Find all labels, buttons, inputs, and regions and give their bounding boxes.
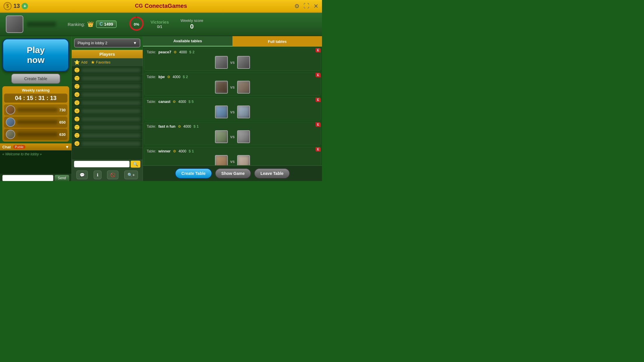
player-name [82, 109, 140, 113]
chat-input[interactable] [2, 175, 53, 181]
table-players-row-4: vs [147, 130, 318, 143]
vs-text: vs [230, 159, 235, 164]
player-face-icon: 🙂 [74, 116, 80, 122]
list-item[interactable]: 🙂 [72, 74, 143, 82]
list-item[interactable]: 😐 [72, 91, 143, 99]
table-header-3: Table: canast ⚙ 4000 $ 5 [147, 99, 318, 104]
player-name [82, 125, 140, 129]
ranking-name-3 [17, 132, 57, 136]
vs-text: vs [230, 110, 235, 114]
player-face-icon: 🙂 [74, 75, 80, 81]
table-badge-1: E [316, 48, 321, 52]
table-name-1: peace7 [158, 50, 171, 54]
player-avatar [215, 106, 228, 118]
list-item[interactable]: 🙂 [72, 99, 143, 107]
table-chips-1: 4000 [179, 50, 187, 54]
chips-icon: ⚙ [167, 75, 170, 79]
list-item[interactable]: 🙂 [72, 66, 143, 74]
top-bar-right: ⚙ ⛶ ✕ [294, 3, 318, 10]
table-chips-3: 4000 [178, 100, 186, 104]
main-content: Play now Create Table Weekly ranking 04 … [0, 36, 322, 181]
full-tables-tab[interactable]: Full tables [232, 36, 322, 47]
table-header-5: Table: winner ⚙ 4000 $ 1 [147, 149, 318, 153]
weekly-score-area: Weekly score 0 [181, 18, 203, 30]
fullscreen-icon[interactable]: ⛶ [304, 3, 309, 9]
leave-table-button[interactable]: Leave Table [254, 168, 290, 179]
players-list: 🙂 🙂 🙂 😐 🙂 😐 [72, 66, 143, 159]
show-game-button[interactable]: Show Game [215, 168, 251, 179]
play-now-line1: Play [27, 45, 45, 55]
top-bar-left: $ 13 + [4, 2, 28, 10]
chips-icon: ⚙ [174, 50, 177, 54]
avatar [6, 15, 23, 33]
chat-expand-button[interactable]: ▼ [65, 145, 69, 149]
list-item[interactable]: 😐 [72, 140, 143, 148]
ranking-item: 650 [4, 117, 67, 128]
available-tables-tab[interactable]: Available tables [143, 36, 232, 47]
player-name [82, 76, 140, 80]
player-face-icon: 🙂 [74, 124, 80, 130]
close-icon[interactable]: ✕ [314, 3, 318, 10]
coin-count: 13 [13, 3, 20, 9]
player-name [82, 85, 140, 89]
player-avatar [237, 81, 250, 94]
chat-welcome: « Welcome to the lobby » [2, 152, 69, 156]
block-button[interactable]: 🚫 [107, 171, 118, 179]
search-input[interactable] [74, 161, 130, 167]
list-item[interactable]: 🙂 [72, 123, 143, 131]
table-row: E Table: canast ⚙ 4000 $ 5 vs [144, 97, 321, 120]
add-friend-button[interactable]: 🔍+ [124, 171, 138, 179]
settings-icon[interactable]: ⚙ [294, 3, 300, 10]
tables-footer: Create Table Show Game Leave Table [143, 165, 322, 181]
info-button[interactable]: ℹ [94, 171, 102, 179]
table-badge-5: E [316, 147, 321, 152]
table-row: E Table: peace7 ⚙ 4000 $ 2 vs [144, 48, 321, 71]
header-section: Ranking: 👑 C 1499 0% Victories 0/1 Weekl… [0, 13, 322, 36]
add-star-icon: ⭐ [74, 59, 80, 65]
player-avatar [237, 130, 250, 143]
vs-text: vs [230, 60, 235, 65]
logo-text: ConectaGames [145, 3, 187, 9]
table-label: Table: [147, 124, 156, 129]
chat-header: Chat Public ▼ [0, 143, 71, 150]
table-bet-2: $ 2 [183, 75, 188, 79]
tables-header: Available tables Full tables [143, 36, 322, 47]
victories-label: Victories [150, 20, 169, 24]
lobby-selector[interactable]: Playing in lobby 2 ▼ [74, 38, 140, 48]
add-coins-button[interactable]: + [22, 3, 28, 9]
search-button[interactable]: 🔍 [131, 161, 140, 168]
table-badge-2: E [316, 73, 321, 77]
add-player-button[interactable]: Add [81, 60, 87, 64]
username [27, 22, 56, 27]
ranking-score-2: 650 [59, 120, 66, 124]
player-name [82, 142, 140, 146]
favorites-button[interactable]: Favorites [96, 60, 110, 64]
list-item[interactable]: 🙂 [72, 82, 143, 91]
table-bet-5: $ 1 [189, 149, 194, 153]
vs-text: vs [230, 134, 235, 139]
player-name [82, 68, 140, 72]
play-now-button[interactable]: Play now [2, 38, 69, 72]
create-table-button[interactable]: Create Table [11, 73, 60, 84]
player-face-icon: 🙂 [74, 133, 80, 138]
table-header-1: Table: peace7 ⚙ 4000 $ 2 [147, 50, 318, 54]
weekly-score-value: 0 [181, 23, 203, 30]
create-table-footer-button[interactable]: Create Table [175, 168, 212, 179]
table-row: E Table: winner ⚙ 4000 $ 1 vs [144, 147, 321, 165]
player-avatar [237, 106, 250, 118]
chat-icon-button[interactable]: 💬 [76, 171, 88, 179]
table-chips-4: 4000 [183, 124, 191, 129]
table-players-row-2: vs [147, 81, 318, 94]
table-chips-5: 4000 [178, 149, 186, 153]
player-avatar [237, 155, 250, 165]
list-item[interactable]: 😐 [72, 107, 143, 115]
player-face-icon: 🙂 [74, 84, 80, 89]
timer-display: 04 : 15 : 31 : 13 [4, 94, 67, 103]
list-item[interactable]: 🙂 [72, 115, 143, 123]
player-avatar [215, 155, 228, 165]
list-item[interactable]: 🙂 [72, 131, 143, 140]
table-badge-3: E [316, 98, 321, 102]
play-now-line2: now [27, 55, 45, 65]
chat-send-button[interactable]: Send [55, 175, 69, 181]
left-column: Play now Create Table Weekly ranking 04 … [0, 36, 71, 181]
